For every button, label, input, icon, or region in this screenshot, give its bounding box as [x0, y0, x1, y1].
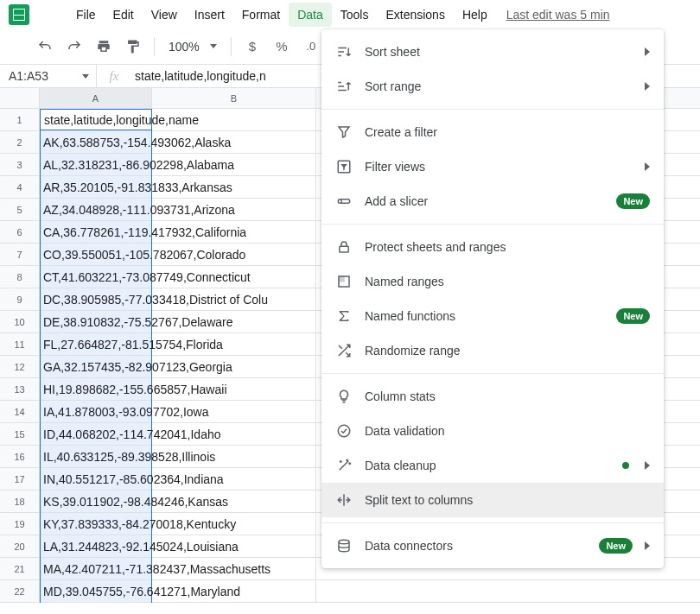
- menu-edit[interactable]: Edit: [105, 3, 143, 27]
- cell[interactable]: AZ,34.048928,-111.093731,Arizona: [40, 199, 152, 220]
- name-box-value: A1:A53: [9, 69, 48, 83]
- cell[interactable]: AR,35.20105,-91.831833,Arkansas: [40, 176, 152, 198]
- cell[interactable]: MD,39.045755,-76.641271,Maryland: [40, 580, 152, 602]
- zoom-dropdown[interactable]: 100%: [163, 36, 222, 57]
- menu-item-named-ranges[interactable]: Named ranges: [321, 264, 664, 299]
- select-all-corner[interactable]: [0, 88, 40, 108]
- cell[interactable]: state,latitude,longitude,name: [40, 109, 152, 130]
- redo-button[interactable]: [62, 35, 86, 59]
- row-header[interactable]: 5: [0, 199, 40, 220]
- sort-desc-icon: [335, 43, 353, 60]
- paint-format-button[interactable]: [121, 35, 145, 59]
- cell[interactable]: IN,40.551217,-85.602364,Indiana: [40, 468, 152, 490]
- cell[interactable]: LA,31.244823,-92.145024,Louisiana: [40, 535, 152, 557]
- row-header[interactable]: 3: [0, 154, 40, 175]
- menu-tools[interactable]: Tools: [332, 3, 378, 27]
- decrease-decimal-button[interactable]: .0: [299, 35, 323, 59]
- cell[interactable]: CA,36.778261,-119.417932,California: [40, 221, 152, 243]
- menu-item-data-validation[interactable]: Data validation: [321, 414, 664, 448]
- menu-format[interactable]: Format: [233, 3, 289, 27]
- column-header-A[interactable]: A: [40, 88, 152, 108]
- menu-data[interactable]: Data: [289, 3, 332, 27]
- menu-item-filter-views[interactable]: Filter views: [321, 149, 664, 184]
- menu-item-column-stats[interactable]: Column stats: [321, 379, 664, 414]
- chevron-right-icon: [645, 162, 650, 171]
- cell[interactable]: DC,38.905985,-77.033418,District of Colu: [40, 288, 152, 310]
- cell[interactable]: KY,37.839333,-84.270018,Kentucky: [40, 513, 152, 535]
- cell[interactable]: GA,32.157435,-82.907123,Georgia: [40, 356, 152, 377]
- menu-item-add-slicer[interactable]: Add a slicerNew: [321, 184, 664, 218]
- data-menu-dropdown: Sort sheetSort rangeCreate a filterFilte…: [321, 29, 664, 568]
- currency-button[interactable]: $: [240, 35, 264, 59]
- menu-file[interactable]: File: [67, 3, 105, 27]
- split-icon: [335, 491, 353, 509]
- cell[interactable]: AK,63.588753,-154.493062,Alaska: [40, 131, 152, 153]
- zoom-value: 100%: [169, 40, 200, 54]
- menu-item-data-cleanup[interactable]: Data cleanup: [321, 448, 664, 483]
- row-header[interactable]: 17: [0, 468, 40, 490]
- row-header[interactable]: 6: [0, 221, 40, 243]
- menu-view[interactable]: View: [143, 3, 186, 27]
- row-header[interactable]: 15: [0, 423, 40, 445]
- cell[interactable]: FL,27.664827,-81.515754,Florida: [40, 333, 152, 355]
- row-header[interactable]: 9: [0, 288, 40, 310]
- separator: [231, 37, 232, 56]
- row-header[interactable]: 22: [0, 580, 40, 602]
- row-header[interactable]: 11: [0, 333, 40, 355]
- cell[interactable]: AL,32.318231,-86.902298,Alabama: [40, 154, 152, 175]
- row-header[interactable]: 13: [0, 378, 40, 400]
- menu-separator: [321, 224, 664, 225]
- name-box[interactable]: A1:A53: [0, 65, 97, 87]
- menu-item-label: Add a slicer: [365, 194, 428, 208]
- cell[interactable]: ID,44.068202,-114.742041,Idaho: [40, 423, 152, 445]
- row-header[interactable]: 4: [0, 176, 40, 198]
- print-button[interactable]: [92, 35, 116, 59]
- row-header[interactable]: 8: [0, 266, 40, 288]
- fx-icon: fx: [97, 69, 131, 84]
- cell[interactable]: MA,42.407211,-71.382437,Massachusetts: [40, 558, 152, 579]
- cell[interactable]: DE,38.910832,-75.52767,Delaware: [40, 311, 152, 332]
- chevron-down-icon: [210, 44, 217, 48]
- menu-item-split-text[interactable]: Split text to columns: [321, 483, 664, 517]
- menu-item-create-filter[interactable]: Create a filter: [321, 115, 664, 149]
- row-header[interactable]: 18: [0, 491, 40, 512]
- menu-item-data-connectors[interactable]: Data connectorsNew: [321, 529, 664, 563]
- menu-item-label: Create a filter: [365, 125, 437, 139]
- menu-item-label: Split text to columns: [365, 493, 473, 507]
- cell[interactable]: CT,41.603221,-73.087749,Connecticut: [40, 266, 152, 288]
- menu-extensions[interactable]: Extensions: [377, 3, 453, 27]
- cell[interactable]: KS,39.011902,-98.484246,Kansas: [40, 491, 152, 512]
- undo-button[interactable]: [33, 35, 57, 59]
- row-header[interactable]: 1: [0, 109, 40, 130]
- menu-separator: [321, 522, 664, 523]
- menu-separator: [321, 109, 664, 110]
- row-header[interactable]: 2: [0, 131, 40, 153]
- row-header[interactable]: 20: [0, 535, 40, 557]
- sigma-icon: [335, 307, 353, 325]
- menu-item-sort-range[interactable]: Sort range: [321, 69, 664, 104]
- row-header[interactable]: 21: [0, 558, 40, 579]
- menu-item-protect[interactable]: Protect sheets and ranges: [321, 230, 664, 264]
- menu-separator: [321, 373, 664, 374]
- menu-item-named-functions[interactable]: Named functionsNew: [321, 299, 664, 333]
- menu-item-randomize[interactable]: Randomize range: [321, 333, 664, 368]
- row-header[interactable]: 16: [0, 446, 40, 467]
- cell[interactable]: IA,41.878003,-93.097702,Iowa: [40, 401, 152, 422]
- row-header[interactable]: 14: [0, 401, 40, 422]
- percent-button[interactable]: %: [270, 35, 294, 59]
- menu-insert[interactable]: Insert: [186, 3, 233, 27]
- last-edit-link[interactable]: Last edit was 5 min: [506, 8, 610, 22]
- column-header-B[interactable]: B: [152, 88, 316, 108]
- cell[interactable]: HI,19.898682,-155.665857,Hawaii: [40, 378, 152, 400]
- cell[interactable]: IL,40.633125,-89.398528,Illinois: [40, 446, 152, 467]
- row-header[interactable]: 10: [0, 311, 40, 332]
- named-ranges-icon: [335, 273, 353, 290]
- menu-help[interactable]: Help: [454, 3, 496, 27]
- row-header[interactable]: 12: [0, 356, 40, 377]
- row-header[interactable]: 19: [0, 513, 40, 535]
- db-icon: [335, 537, 353, 554]
- menu-item-sort-sheet[interactable]: Sort sheet: [321, 35, 664, 69]
- sheets-logo-icon[interactable]: [9, 4, 29, 25]
- cell[interactable]: CO,39.550051,-105.782067,Colorado: [40, 244, 152, 265]
- row-header[interactable]: 7: [0, 244, 40, 265]
